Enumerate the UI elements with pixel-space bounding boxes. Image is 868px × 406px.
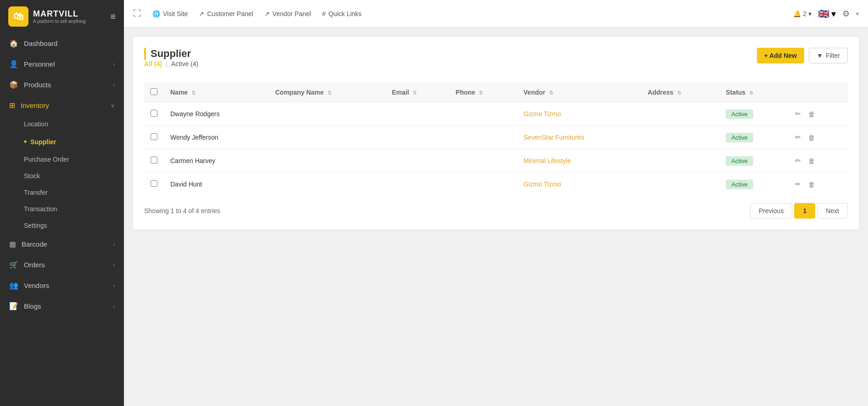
external-link-icon: ↗ (264, 10, 270, 17)
previous-button[interactable]: Previous (750, 203, 792, 219)
sidebar-item-blogs[interactable]: 📝 Blogs › (0, 296, 124, 316)
delete-button[interactable]: 🗑 (807, 179, 817, 190)
notification-bell[interactable]: 🔔 2 ▾ (793, 10, 812, 17)
table-row: David Hunt Gizmo Tizmo Active ✏ 🗑 (144, 173, 848, 196)
sidebar-item-transfer[interactable]: Transfer (0, 184, 124, 201)
sidebar-item-settings[interactable]: Settings (0, 217, 124, 234)
sidebar-item-transaction[interactable]: Transaction (0, 201, 124, 217)
chevron-down-icon: ▾ (808, 10, 812, 17)
sort-icon: ⇅ (749, 90, 753, 96)
brand-subtitle: A platform to sell anything (33, 19, 86, 24)
row-actions: ✏ 🗑 (787, 126, 848, 149)
sidebar-item-supplier[interactable]: Supplier (0, 132, 124, 151)
row-actions: ✏ 🗑 (787, 173, 848, 196)
delete-button[interactable]: 🗑 (807, 109, 817, 119)
row-checkbox[interactable] (151, 180, 157, 187)
chevron-right-icon: › (113, 241, 115, 248)
next-button[interactable]: Next (817, 203, 848, 219)
col-email: Email ⇅ (386, 83, 449, 102)
tab-all[interactable]: All (4) (144, 60, 162, 68)
sidebar-item-dashboard[interactable]: 🏠 Dashboard (0, 33, 124, 54)
row-checkbox[interactable] (151, 133, 157, 140)
row-phone (449, 149, 517, 173)
table-row: Carmen Harvey Minimal Lifestyle Active ✏… (144, 149, 848, 173)
delete-button[interactable]: 🗑 (807, 132, 817, 143)
col-status: Status ⇅ (719, 83, 787, 102)
personnel-icon: 👤 (9, 60, 18, 68)
add-new-button[interactable]: + Add New (757, 48, 804, 63)
row-checkbox[interactable] (151, 110, 157, 117)
edit-button[interactable]: ✏ (794, 179, 802, 190)
table-row: Dwayne Rodgers Gizmo Tizmo Active ✏ 🗑 (144, 102, 848, 126)
sidebar-item-location[interactable]: Location (0, 116, 124, 132)
settings-gear-icon[interactable]: ⚙ (842, 9, 850, 19)
vendor-panel-link[interactable]: ↗ Vendor Panel (264, 10, 311, 17)
sidebar-item-stock[interactable]: Stock (0, 168, 124, 184)
edit-button[interactable]: ✏ (794, 155, 802, 166)
pagination-controls: Previous 1 Next (750, 203, 848, 219)
edit-button[interactable]: ✏ (794, 132, 802, 143)
tab-active[interactable]: Active (4) (171, 60, 198, 68)
row-company (269, 102, 385, 126)
sidebar-item-barcode[interactable]: ▦ Barcode › (0, 234, 124, 254)
row-phone (449, 126, 517, 149)
sidebar-item-inventory[interactable]: ⊞ Inventory ∨ (0, 95, 124, 116)
content-area: Supplier All (4) | Active (4) + Add New (124, 28, 868, 406)
customer-panel-link[interactable]: ↗ Customer Panel (199, 10, 253, 17)
expand-icon[interactable]: ⛶ (133, 9, 141, 18)
row-phone (449, 173, 517, 196)
row-status: Active (719, 102, 787, 126)
topbar-right: 🔔 2 ▾ 🇬🇧 ▾ ⚙ ▾ (793, 8, 859, 19)
hamburger-icon[interactable]: ≡ (110, 11, 116, 22)
chevron-right-icon: › (113, 82, 115, 88)
row-name: Dwayne Rodgers (164, 102, 269, 126)
row-name: Wendy Jefferson (164, 126, 269, 149)
row-email (386, 173, 449, 196)
card-actions: + Add New ▼ Filter (757, 48, 848, 63)
supplier-card: Supplier All (4) | Active (4) + Add New (133, 37, 859, 230)
sort-icon: ⇅ (413, 90, 417, 96)
filter-tabs: All (4) | Active (4) (144, 60, 198, 68)
sidebar-item-personnel[interactable]: 👤 Personnel › (0, 54, 124, 74)
language-selector[interactable]: 🇬🇧 ▾ (818, 8, 836, 19)
row-checkbox[interactable] (151, 157, 157, 164)
row-status: Active (719, 126, 787, 149)
chevron-right-icon: › (113, 61, 115, 68)
edit-button[interactable]: ✏ (794, 108, 802, 119)
inventory-icon: ⊞ (9, 101, 15, 110)
chevron-right-icon: › (113, 303, 115, 310)
row-company (269, 126, 385, 149)
main: ⛶ 🌐 Visit Site ↗ Customer Panel ↗ Vendor… (124, 0, 868, 406)
filter-button[interactable]: ▼ Filter (809, 48, 848, 63)
row-vendor: Minimal Lifestyle (517, 149, 642, 173)
row-email (386, 126, 449, 149)
sidebar-nav: 🏠 Dashboard 👤 Personnel › 📦 Products › ⊞… (0, 33, 124, 406)
col-phone: Phone ⇅ (449, 83, 517, 102)
quick-links-link[interactable]: # Quick Links (322, 10, 362, 17)
gear-chevron-icon: ▾ (856, 11, 859, 17)
sort-icon: ⇅ (327, 90, 331, 96)
visit-site-link[interactable]: 🌐 Visit Site (152, 10, 188, 17)
page-1-button[interactable]: 1 (794, 203, 815, 219)
sort-icon: ⇅ (191, 90, 196, 96)
brand-name: MARTVILL (33, 9, 86, 19)
sidebar-item-products[interactable]: 📦 Products › (0, 74, 124, 95)
row-company (269, 149, 385, 173)
col-actions (787, 83, 848, 102)
delete-button[interactable]: 🗑 (807, 156, 817, 166)
sidebar-item-vendors[interactable]: 👥 Vendors › (0, 275, 124, 296)
sidebar-item-orders[interactable]: 🛒 Orders › (0, 254, 124, 275)
row-actions: ✏ 🗑 (787, 149, 848, 173)
row-phone (449, 102, 517, 126)
supplier-table: Name ⇅ Company Name ⇅ Email ⇅ Phone (144, 83, 848, 196)
bell-icon: 🔔 (793, 10, 801, 17)
orders-icon: 🛒 (9, 260, 18, 269)
chevron-right-icon: › (113, 262, 115, 268)
row-company (269, 173, 385, 196)
select-all-checkbox[interactable] (151, 88, 157, 95)
col-name: Name ⇅ (164, 83, 269, 102)
sidebar-item-purchase-order[interactable]: Purchase Order (0, 151, 124, 168)
row-vendor: SevenStar Furnitures (517, 126, 642, 149)
sort-icon: ⇅ (479, 90, 483, 96)
barcode-icon: ▦ (9, 240, 16, 248)
